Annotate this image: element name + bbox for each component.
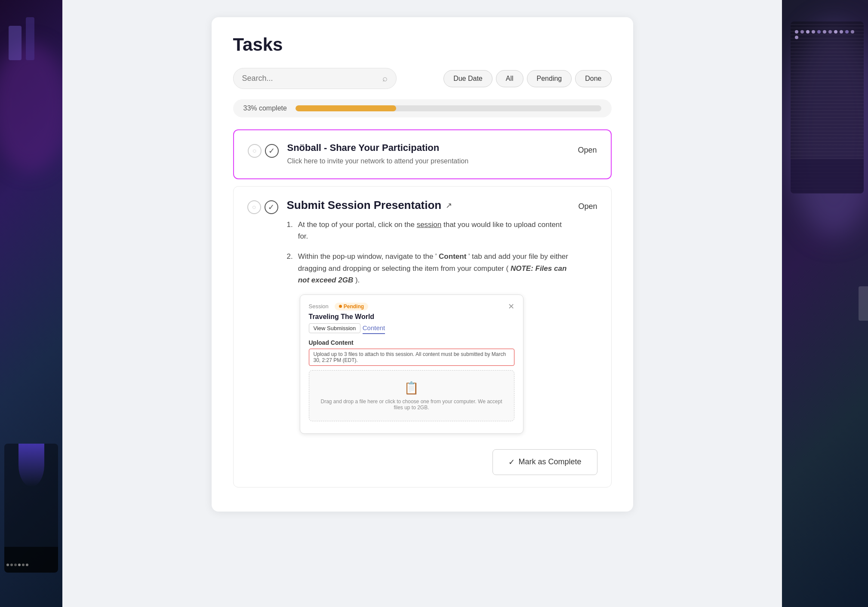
instruction-2-number: 2. bbox=[287, 251, 293, 286]
mark-complete-label: Mark as Complete bbox=[518, 457, 581, 466]
filter-buttons: Due Date All Pending Done bbox=[443, 70, 611, 87]
close-popup-button[interactable]: ✕ bbox=[508, 302, 514, 311]
view-submission-button[interactable]: View Submission bbox=[309, 323, 361, 333]
search-filter-row: ⌕ Due Date All Pending Done bbox=[233, 68, 612, 89]
task2-icons: ○ ✓ bbox=[247, 200, 278, 214]
bg-right bbox=[782, 0, 868, 607]
tasks-card: Tasks ⌕ Due Date All Pending Done 33% co… bbox=[212, 17, 633, 512]
mark-as-complete-button[interactable]: ✓ Mark as Complete bbox=[492, 449, 597, 475]
checkmark-icon: ✓ bbox=[508, 457, 515, 467]
task2-title: Submit Session Presentation bbox=[287, 199, 442, 212]
filter-pending-button[interactable]: Pending bbox=[527, 70, 572, 87]
task2-bottom-row: ✓ Mark as Complete bbox=[247, 449, 597, 475]
external-link-icon: ↗︎ bbox=[446, 201, 452, 210]
progress-bar-fill bbox=[295, 105, 397, 111]
upload-title: Upload Content bbox=[309, 339, 514, 346]
instruction-1-text: At the top of your portal, click on the … bbox=[298, 219, 570, 242]
instruction-1-number: 1. bbox=[287, 219, 293, 242]
filter-due-date-button[interactable]: Due Date bbox=[443, 70, 492, 87]
task1-circle-icon: ○ bbox=[248, 144, 262, 158]
page-title: Tasks bbox=[233, 34, 612, 55]
instruction-2-text: Within the pop-up window, navigate to th… bbox=[298, 251, 570, 286]
task2-circle-icon: ○ bbox=[247, 200, 261, 214]
search-box: ⌕ bbox=[233, 68, 397, 89]
bg-left bbox=[0, 0, 62, 607]
task-item-submit-session: ○ ✓ Submit Session Presentation ↗︎ 1. At… bbox=[233, 186, 612, 487]
search-input[interactable] bbox=[242, 74, 382, 83]
task1-check-icon: ✓ bbox=[265, 144, 279, 158]
task2-header: ○ ✓ Submit Session Presentation ↗︎ 1. At… bbox=[247, 199, 597, 441]
instructions-list: 1. At the top of your portal, click on t… bbox=[287, 219, 570, 286]
task-item-snöball[interactable]: ○ ✓ Snöball - Share Your Participation C… bbox=[233, 129, 612, 179]
main-container: Tasks ⌕ Due Date All Pending Done 33% co… bbox=[62, 0, 782, 607]
instruction-item-2: 2. Within the pop-up window, navigate to… bbox=[287, 251, 570, 286]
task1-content: Snöball - Share Your Participation Click… bbox=[287, 142, 569, 166]
task2-open-action[interactable]: Open bbox=[578, 202, 597, 211]
upload-section: Upload Content Upload up to 3 files to a… bbox=[309, 339, 514, 421]
task1-action[interactable]: Open bbox=[578, 146, 597, 155]
instruction-item-1: 1. At the top of your portal, click on t… bbox=[287, 219, 570, 242]
search-icon: ⌕ bbox=[382, 74, 388, 83]
progress-bar-background bbox=[295, 105, 601, 111]
task2-title-row: Submit Session Presentation ↗︎ bbox=[287, 199, 570, 212]
filter-all-button[interactable]: All bbox=[496, 70, 523, 87]
upload-warning: Upload up to 3 files to attach to this s… bbox=[309, 349, 514, 366]
task1-icons: ○ ✓ bbox=[248, 144, 279, 158]
pending-badge: Pending bbox=[335, 303, 368, 310]
session-label: Session bbox=[309, 303, 329, 310]
session-popup-header: Session Pending ✕ bbox=[309, 302, 514, 311]
filter-done-button[interactable]: Done bbox=[575, 70, 611, 87]
pending-text: Pending bbox=[344, 304, 364, 310]
upload-file-icon: 📋 bbox=[316, 381, 507, 395]
upload-dropzone-text: Drag and drop a file here or click to ch… bbox=[316, 399, 507, 411]
session-name: Traveling The World bbox=[309, 313, 514, 321]
task1-description: Click here to invite your network to att… bbox=[287, 156, 569, 166]
upload-dropzone[interactable]: 📋 Drag and drop a file here or click to … bbox=[309, 370, 514, 421]
content-tab[interactable]: Content bbox=[363, 324, 385, 334]
progress-label: 33% complete bbox=[243, 104, 287, 112]
session-popup: Session Pending ✕ Traveling The World Vi… bbox=[300, 294, 523, 434]
task2-check-icon: ✓ bbox=[265, 200, 278, 214]
progress-row: 33% complete bbox=[233, 99, 612, 117]
pending-dot bbox=[339, 305, 342, 308]
task1-title: Snöball - Share Your Participation bbox=[287, 142, 569, 153]
